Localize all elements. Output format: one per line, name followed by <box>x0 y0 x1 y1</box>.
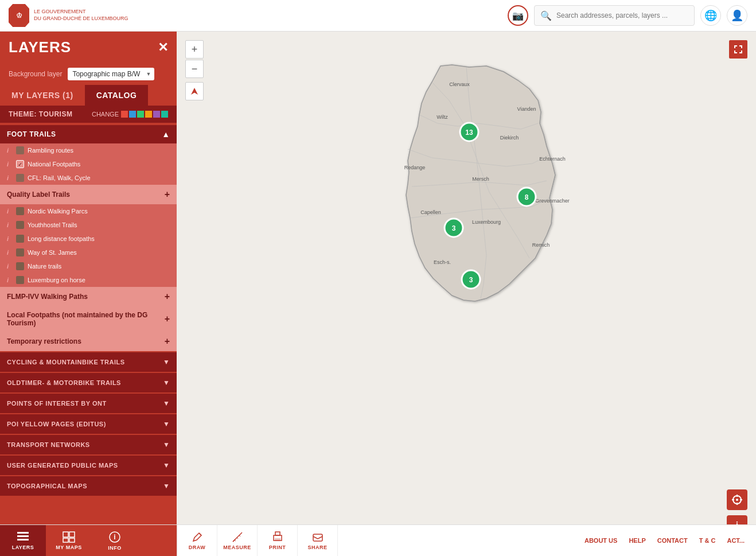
color-sq-teal <box>161 111 168 118</box>
section-foot-trails[interactable]: FOOT TRAILS ▲ <box>0 125 177 143</box>
local-footpaths-toggle: + <box>165 314 170 324</box>
locate-me-button[interactable] <box>727 489 747 510</box>
section-user-maps[interactable]: USER GENERATED PUBLIC MAPS ▼ <box>0 456 177 475</box>
svg-line-41 <box>237 538 238 539</box>
svg-rect-32 <box>69 532 75 537</box>
bottom-toolbar: LAYERS MY MAPS i INFO DRAW <box>0 524 756 556</box>
section-poi-ont[interactable]: POINTS OF INTEREST BY ONT ▼ <box>0 394 177 413</box>
header-right: 📷 🔍 🌐 👤 <box>508 5 747 26</box>
section-topographical[interactable]: TOPOGRAPHICAL MAPS ▼ <box>0 476 177 496</box>
color-indicator <box>16 174 24 182</box>
bg-layer-select[interactable]: Topographic map B/W Satellite OpenStreet… <box>68 68 154 80</box>
logo: ♔ LE GOUVERNEMENT DU GRAND-DUCHÉ DE LUXE… <box>9 4 128 27</box>
share-tool-button[interactable]: SHARE <box>298 525 338 557</box>
info-icon: i <box>7 221 13 228</box>
nav-mymaps-button[interactable]: MY MAPS <box>46 525 92 556</box>
poi-ont-arrow: ▼ <box>163 399 170 407</box>
svg-rect-45 <box>275 538 280 541</box>
help-link[interactable]: HELP <box>629 537 645 544</box>
user-maps-arrow: ▼ <box>163 461 170 469</box>
bg-layer-select-wrapper[interactable]: Topographic map B/W Satellite OpenStreet… <box>68 68 154 80</box>
tc-link[interactable]: T & C <box>699 537 716 544</box>
measure-tool-button[interactable]: MEASURE <box>217 525 258 557</box>
svg-text:♔: ♔ <box>16 11 22 20</box>
list-item[interactable]: i Luxemburg on horse <box>0 273 177 287</box>
local-footpaths-header[interactable]: Local Footpaths (not maintained by the D… <box>0 306 177 332</box>
close-button[interactable]: ✕ <box>158 40 168 55</box>
list-item[interactable]: i Nordic Walking Parcs <box>0 204 177 218</box>
location-button[interactable] <box>185 82 204 100</box>
foot-trails-arrow: ▲ <box>162 130 170 139</box>
bg-layer-row: Background layer Topographic map B/W Sat… <box>0 63 177 85</box>
list-item[interactable]: i Rambling routes <box>0 143 177 157</box>
search-bar[interactable]: 🔍 <box>534 5 695 26</box>
svg-text:8: 8 <box>525 193 529 201</box>
tab-mylayers[interactable]: MY LAYERS (1) <box>0 85 85 106</box>
color-sq-green <box>137 111 144 118</box>
topographical-arrow: ▼ <box>163 482 170 490</box>
svg-text:3: 3 <box>452 224 456 232</box>
list-item[interactable]: i National Footpaths <box>0 157 177 171</box>
quality-label-header[interactable]: Quality Label Trails + <box>0 185 177 204</box>
local-footpaths-label: Local Footpaths (not maintained by the D… <box>7 311 165 327</box>
nav-info-label: INFO <box>108 545 122 551</box>
camera-button[interactable]: 📷 <box>508 5 528 26</box>
theme-label: THEME: TOURISM <box>9 110 72 118</box>
center-tools: DRAW MEASURE PRINT S <box>177 525 338 556</box>
svg-text:Clervaux: Clervaux <box>449 81 470 87</box>
nav-layers-label: LAYERS <box>12 545 34 550</box>
layer-name: Rambling routes <box>28 147 73 154</box>
print-tool-label: PRINT <box>269 545 286 550</box>
info-icon: i <box>7 208 13 215</box>
transport-arrow: ▼ <box>163 441 170 449</box>
layer-name: CFL: Rail, Walk, Cycle <box>28 174 91 181</box>
layer-checkbox[interactable] <box>16 160 24 168</box>
section-cycling[interactable]: CYCLING & MOUNTAINBIKE TRAILS ▼ <box>0 352 177 372</box>
info-icon: i <box>7 147 13 154</box>
nav-layers-button[interactable]: LAYERS <box>0 525 46 556</box>
list-item[interactable]: i Long distance footpaths <box>0 232 177 246</box>
map-area[interactable]: + − <box>177 32 756 556</box>
info-icon: i <box>7 263 13 270</box>
section-poi-yellow[interactable]: POI YELLOW PAGES (EDITUS) ▼ <box>0 414 177 434</box>
theme-change[interactable]: CHANGE <box>92 111 168 118</box>
layers-list: FOOT TRAILS ▲ i Rambling routes i Nation… <box>0 123 177 556</box>
act-link[interactable]: ACT... <box>727 537 745 544</box>
svg-text:3: 3 <box>469 276 473 284</box>
list-item[interactable]: i CFL: Rail, Walk, Cycle <box>0 171 177 185</box>
nav-info-button[interactable]: i INFO <box>92 525 138 556</box>
luxembourg-map[interactable]: Clervaux Vianden Wiltz Diekirch Echterna… <box>357 55 575 330</box>
foot-trails-label: FOOT TRAILS <box>7 130 56 138</box>
info-icon: i <box>7 161 13 168</box>
section-oldtimer[interactable]: OLDTIMER- & MOTORBIKE TRAILS ▼ <box>0 373 177 392</box>
tab-catalog[interactable]: CATALOG <box>85 85 149 106</box>
list-item[interactable]: i Youthhostel Trails <box>0 218 177 232</box>
list-item[interactable]: i Nature trails <box>0 259 177 273</box>
flmp-ivv-header[interactable]: FLMP-IVV Walking Paths + <box>0 287 177 306</box>
color-sq-red <box>121 111 128 118</box>
temp-restrictions-label: Temporary restrictions <box>7 337 81 345</box>
search-input[interactable] <box>556 11 688 20</box>
list-item[interactable]: i Way of St. James <box>0 246 177 259</box>
zoom-out-button[interactable]: − <box>185 60 204 78</box>
sidebar: LAYERS ✕ Background layer Topographic ma… <box>0 32 177 556</box>
temp-restrictions-header[interactable]: Temporary restrictions + <box>0 332 177 351</box>
svg-text:Diekirch: Diekirch <box>500 135 519 141</box>
about-us-link[interactable]: ABOUT US <box>584 537 617 544</box>
tabs-row: MY LAYERS (1) CATALOG <box>0 85 177 106</box>
print-tool-button[interactable]: PRINT <box>258 525 298 557</box>
user-button[interactable]: 👤 <box>727 5 747 26</box>
contact-link[interactable]: CONTACT <box>657 537 688 544</box>
info-icon: i <box>7 277 13 283</box>
flmp-ivv-toggle: + <box>165 291 170 302</box>
theme-bar: THEME: TOURISM CHANGE <box>0 106 177 123</box>
svg-rect-31 <box>63 532 68 537</box>
svg-rect-28 <box>17 532 29 534</box>
zoom-in-button[interactable]: + <box>185 40 204 59</box>
fullscreen-button[interactable] <box>729 40 747 59</box>
globe-button[interactable]: 🌐 <box>700 5 721 26</box>
layer-name: Nordic Walking Parcs <box>28 208 88 215</box>
draw-tool-button[interactable]: DRAW <box>177 525 217 557</box>
section-transport[interactable]: TRANSPORT NETWORKS ▼ <box>0 435 177 454</box>
svg-rect-30 <box>17 539 29 541</box>
